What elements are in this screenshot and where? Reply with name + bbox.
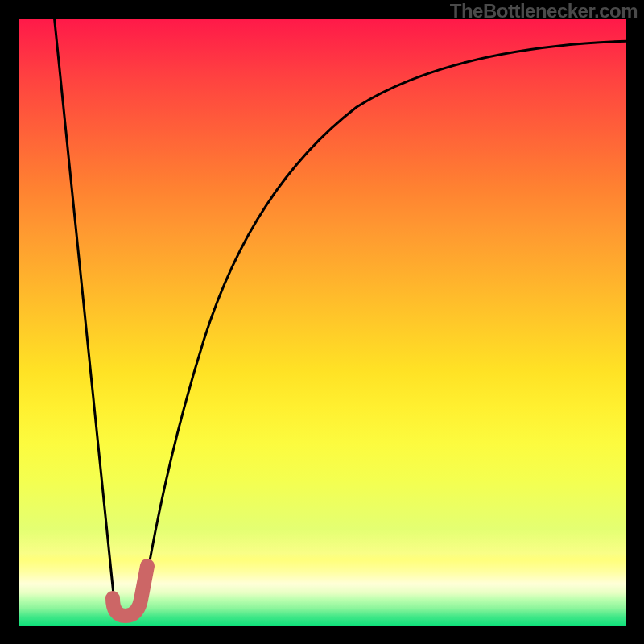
chart-container: TheBottlenecker.com [0, 0, 644, 644]
valley-marker [113, 566, 147, 616]
plot-area [19, 19, 626, 626]
curve-right-ascent [142, 41, 626, 609]
watermark-text: TheBottlenecker.com [450, 0, 638, 23]
curve-overlay [19, 19, 626, 626]
curve-left-descent [54, 19, 115, 610]
